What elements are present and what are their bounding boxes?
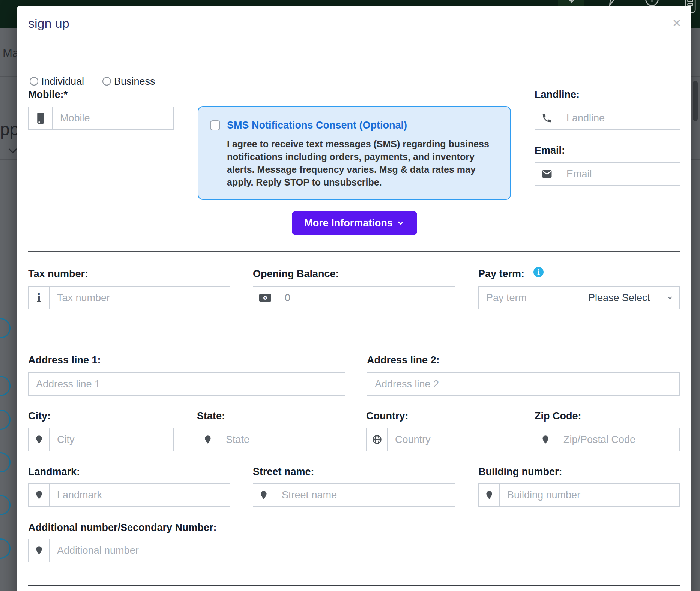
location-pin-icon [535,428,556,451]
state-label: State: [197,410,225,422]
building-number-input[interactable] [500,484,679,506]
location-pin-icon [29,428,50,451]
building-number-field-group [478,483,680,507]
background-toggle [0,538,11,559]
pay-term-label: Pay term: [478,268,524,280]
section-divider [28,338,680,338]
page-scrollbar[interactable] [693,81,698,121]
sms-consent-checkbox[interactable] [210,120,220,130]
phone-icon [535,107,559,129]
street-name-input[interactable] [274,484,455,506]
background-toggle [0,376,11,396]
zip-code-input[interactable] [556,428,679,451]
envelope-icon [535,163,559,185]
location-pin-icon [197,428,218,451]
background-heading-fragment: Ma [3,46,19,60]
pay-term-input[interactable] [479,286,559,309]
opening-balance-field-group: 1 [253,286,455,309]
state-field-group [197,428,342,451]
chevron-down-icon [397,219,405,227]
zip-code-label: Zip Code: [535,410,581,422]
additional-number-input[interactable] [50,539,230,562]
address-line-2-field-group [367,372,680,396]
country-field-group [366,428,511,451]
landmark-field-group [28,483,230,507]
address-line-2-input[interactable] [367,373,679,395]
country-input[interactable] [388,428,511,451]
mobile-phone-icon [29,107,53,129]
email-field-group [535,162,680,186]
pay-term-select-value: Please Select [588,292,650,304]
money-bill-icon: 1 [253,286,277,309]
street-name-label: Street name: [253,466,314,478]
globe-icon [367,428,388,451]
background-toggle [0,495,11,515]
sms-consent-title: SMS Notifications Consent (Optional) [227,120,407,131]
individual-radio-label[interactable]: Individual [41,76,84,87]
business-radio[interactable] [102,77,111,86]
building-number-label: Building number: [478,466,562,478]
header-divider [17,48,691,48]
address-line-1-input[interactable] [29,373,345,395]
pay-term-info-icon[interactable]: i [533,267,544,277]
location-pin-icon [29,484,50,506]
footer-divider [28,585,680,586]
business-radio-label[interactable]: Business [114,76,155,87]
individual-radio[interactable] [30,77,38,86]
city-label: City: [28,410,51,422]
svg-text:1: 1 [264,296,266,300]
mobile-input[interactable] [53,107,173,129]
tax-number-label: Tax number: [28,268,88,280]
address-line-1-field-group [28,372,345,396]
landline-input[interactable] [559,107,680,129]
additional-number-field-group [28,539,230,562]
background-toggle [0,452,11,472]
modal-title: sign up [28,16,69,31]
street-name-field-group [253,483,455,507]
background-toggle [0,318,11,338]
info-i-icon: i [29,286,50,309]
landline-label: Landline: [535,89,580,100]
signup-modal: sign up ✕ Individual Business Mobile:* S… [17,6,691,591]
tax-number-input[interactable] [50,286,230,309]
more-informations-button[interactable]: More Informations [292,211,417,235]
city-field-group [28,428,174,451]
mobile-field-group [28,106,174,130]
landmark-label: Landmark: [28,466,80,478]
opening-balance-label: Opening Balance: [253,268,339,280]
email-input[interactable] [559,163,680,185]
more-informations-label: More Informations [304,218,393,229]
mobile-label: Mobile:* [28,89,68,100]
additional-number-label: Additional number/Secondary Number: [28,522,217,534]
location-pin-icon [29,539,50,562]
select-chevron-down-icon [667,294,673,301]
pay-term-select[interactable]: Please Select [559,286,680,309]
address-line-2-label: Address line 2: [367,354,440,366]
tax-number-field-group: i [28,286,230,309]
close-icon[interactable]: ✕ [672,18,682,29]
pay-term-field-group [478,286,559,309]
landline-field-group [535,106,680,130]
address-line-1-label: Address line 1: [28,354,101,366]
background-toggle [0,410,11,430]
section-divider [28,251,680,252]
opening-balance-input[interactable] [277,286,455,309]
city-input[interactable] [50,428,173,451]
landmark-input[interactable] [50,484,230,506]
state-input[interactable] [218,428,342,451]
location-pin-icon [253,484,274,506]
zip-code-field-group [535,428,680,451]
sms-consent-box: SMS Notifications Consent (Optional) I a… [198,106,511,200]
sms-consent-text: I agree to receive text messages (SMS) r… [227,138,502,189]
country-label: Country: [366,410,408,422]
email-label: Email: [535,145,565,156]
location-pin-icon [479,484,500,506]
background-chevron-down-icon [9,145,17,154]
